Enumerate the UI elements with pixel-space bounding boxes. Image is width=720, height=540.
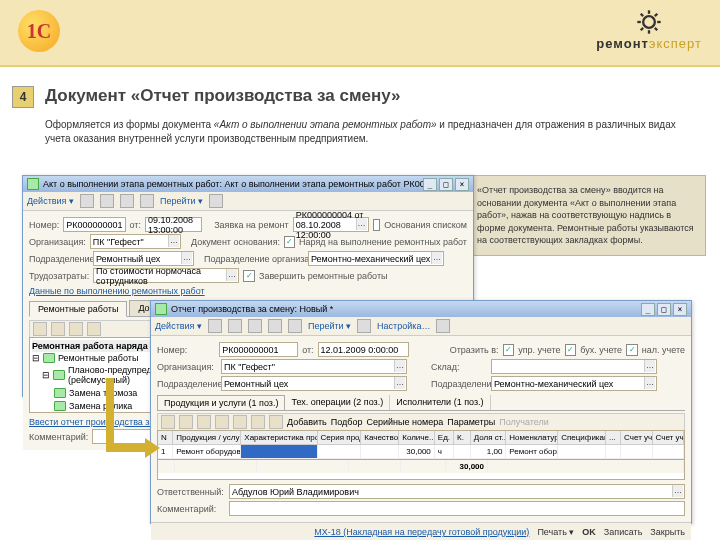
toolbar-icon[interactable]	[100, 194, 114, 208]
select-warehouse[interactable]	[491, 359, 657, 374]
toolbar-icon[interactable]	[179, 415, 193, 429]
toolbar-icon[interactable]	[288, 319, 302, 333]
toolbar-icon[interactable]	[436, 319, 450, 333]
recipients-button[interactable]: Получатели	[499, 417, 549, 427]
checkbox-mgmt[interactable]: ✓	[503, 344, 515, 356]
col-header[interactable]: Качество	[361, 431, 399, 444]
toolbar-icon[interactable]	[69, 322, 83, 336]
pick-button[interactable]: Подбор	[331, 417, 363, 427]
input-number[interactable]: РК000000001	[63, 217, 125, 232]
toolbar-icon[interactable]	[357, 319, 371, 333]
col-header[interactable]: Количе...	[399, 431, 435, 444]
close-icon[interactable]: ×	[455, 178, 469, 191]
tab-performers[interactable]: Исполнители (1 поз.)	[390, 395, 490, 410]
col-header[interactable]: К.	[454, 431, 471, 444]
toolbar-icon[interactable]	[268, 319, 282, 333]
toolbar-icon[interactable]	[208, 319, 222, 333]
toolbar-icon[interactable]	[228, 319, 242, 333]
minimize-icon[interactable]: _	[641, 303, 655, 316]
grid-cell[interactable]	[241, 445, 317, 458]
toolbar-icon[interactable]	[87, 322, 101, 336]
grid-cell[interactable]	[318, 445, 362, 458]
checkbox-acct[interactable]: ✓	[565, 344, 577, 356]
tree-item[interactable]: Ремонтные работы	[58, 353, 138, 363]
titlebar-report[interactable]: Отчет производства за смену: Новый * _ □…	[151, 301, 691, 317]
actions-menu[interactable]: Действия ▾	[27, 196, 74, 206]
grid-cell[interactable]: 1,00	[471, 445, 507, 458]
checkbox-naryad[interactable]: ✓	[284, 236, 295, 248]
tab-repair-works[interactable]: Ремонтные работы	[29, 301, 127, 317]
select-org[interactable]: ПК "Гефест"	[90, 234, 181, 249]
col-header[interactable]: Счет уч...	[653, 431, 684, 444]
maximize-icon[interactable]: □	[657, 303, 671, 316]
maximize-icon[interactable]: □	[439, 178, 453, 191]
col-header[interactable]: Характеристика продукции	[241, 431, 317, 444]
print-button[interactable]: Печать ▾	[537, 527, 574, 537]
toolbar-icon[interactable]	[33, 322, 47, 336]
toolbar-icon[interactable]	[120, 194, 134, 208]
tab-tech-ops[interactable]: Тех. операции (2 поз.)	[285, 395, 390, 410]
input-comment[interactable]	[229, 501, 685, 516]
checkbox-tax[interactable]: ✓	[626, 344, 638, 356]
col-header[interactable]: Спецификация	[558, 431, 606, 444]
ok-button[interactable]: OK	[582, 527, 596, 537]
col-header[interactable]: Ед.	[435, 431, 454, 444]
params-button[interactable]: Параметры	[447, 417, 495, 427]
select-request[interactable]: РК000000004 от 08.10.2008 12:00:00	[293, 217, 369, 232]
toolbar-icon[interactable]	[269, 415, 283, 429]
calendar-icon[interactable]	[413, 343, 426, 356]
checkbox-finish[interactable]: ✓	[243, 270, 255, 282]
toolbar-icon[interactable]	[161, 415, 175, 429]
grid-cell[interactable]: ч	[435, 445, 454, 458]
toolbar-icon[interactable]	[80, 194, 94, 208]
goto-menu[interactable]: Перейти ▾	[160, 196, 203, 206]
select-dept[interactable]: Ремонтный цех	[93, 251, 194, 266]
col-header[interactable]: ...	[606, 431, 621, 444]
grid-cell[interactable]	[558, 445, 606, 458]
grid-cell[interactable]: Ремонт обор...	[506, 445, 558, 458]
col-header[interactable]: Номенклатур...	[506, 431, 558, 444]
input-number[interactable]: РК000000001	[219, 342, 298, 357]
link-mx18[interactable]: МХ-18 (Накладная на передачу готовой про…	[314, 527, 529, 537]
toolbar-icon[interactable]	[215, 415, 229, 429]
col-header[interactable]: Продукция / услуга	[173, 431, 241, 444]
select-dept[interactable]: Ремонтный цех	[221, 376, 407, 391]
col-header[interactable]: N	[158, 431, 173, 444]
select-dept-org[interactable]: Ремонтно-механический цех	[491, 376, 657, 391]
grid-cell[interactable]	[653, 445, 684, 458]
grid-cell[interactable]	[606, 445, 621, 458]
col-header[interactable]: Доля ст...	[471, 431, 507, 444]
checkbox-basis-list[interactable]	[373, 219, 381, 231]
toolbar-icon[interactable]	[248, 319, 262, 333]
toolbar-icon[interactable]	[251, 415, 265, 429]
toolbar-icon[interactable]	[197, 415, 211, 429]
toolbar-icon[interactable]	[51, 322, 65, 336]
input-date[interactable]: 09.10.2008 13:00:00	[145, 217, 202, 232]
actions-menu[interactable]: Действия ▾	[155, 321, 202, 331]
select-labor[interactable]: По стоимости нормочаса сотрудников	[93, 268, 239, 283]
titlebar-act[interactable]: Акт о выполнении этапа ремонтных работ: …	[23, 176, 473, 192]
col-header[interactable]: Серия прод.	[318, 431, 362, 444]
toolbar-icon[interactable]	[233, 415, 247, 429]
grid-cell[interactable]: 1	[158, 445, 173, 458]
serials-button[interactable]: Серийные номера	[366, 417, 443, 427]
select-dept-org[interactable]: Ремонтно-механический цех	[308, 251, 444, 266]
close-icon[interactable]: ×	[673, 303, 687, 316]
grid-cell[interactable]: Ремонт оборудования	[173, 445, 241, 458]
col-header[interactable]: Счет уч...	[621, 431, 652, 444]
save-button[interactable]: Записать	[604, 527, 642, 537]
input-date[interactable]: 12.01.2009 0:00:00	[318, 342, 410, 357]
toolbar-icon[interactable]	[140, 194, 154, 208]
grid-cell[interactable]	[621, 445, 652, 458]
minimize-icon[interactable]: _	[423, 178, 437, 191]
select-org[interactable]: ПК "Гефест"	[221, 359, 407, 374]
add-button[interactable]: Добавить	[287, 417, 327, 427]
select-responsible[interactable]: Абдулов Юрий Владимирович	[229, 484, 685, 499]
close-button[interactable]: Закрыть	[650, 527, 685, 537]
goto-menu[interactable]: Перейти ▾	[308, 321, 351, 331]
grid-products[interactable]: N Продукция / услуга Характеристика прод…	[157, 430, 685, 480]
tab-products[interactable]: Продукция и услуги (1 поз.)	[157, 395, 285, 410]
settings-button[interactable]: Настройка…	[377, 321, 430, 331]
grid-cell[interactable]	[361, 445, 399, 458]
grid-cell[interactable]	[454, 445, 471, 458]
